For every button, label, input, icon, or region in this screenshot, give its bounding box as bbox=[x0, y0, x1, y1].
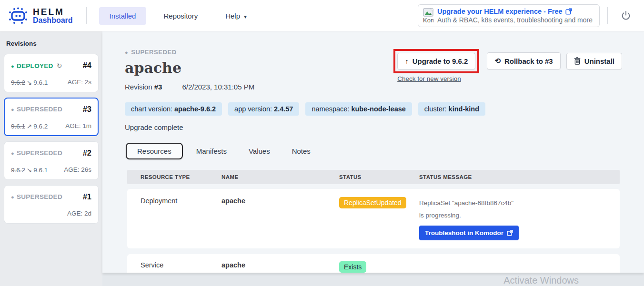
helm-logo[interactable]: HELM Dashboard bbox=[8, 6, 73, 25]
external-link-icon bbox=[507, 230, 513, 236]
revision-number: #1 bbox=[83, 192, 91, 201]
resource-name-cell: apache bbox=[221, 197, 339, 205]
revisions-title: Revisions bbox=[6, 40, 99, 47]
col-header-status-message: STATUS MESSAGE bbox=[419, 174, 606, 180]
status-dot-icon: ● bbox=[125, 49, 128, 55]
tab-resources[interactable]: Resources bbox=[126, 143, 183, 159]
banner-image-alt-text: Komod bbox=[423, 17, 433, 24]
arrow-down-right-icon: ↘ bbox=[27, 167, 32, 174]
main-column: ●SUPERSEDED apache Revision #3 6/2/2023,… bbox=[102, 31, 644, 286]
power-icon bbox=[621, 10, 631, 21]
resource-status-cell: ReplicaSetUpdated bbox=[339, 197, 419, 208]
revision-number: #2 bbox=[83, 148, 91, 158]
resource-type-cell: Deployment bbox=[141, 197, 221, 205]
revision-status-superseded: ●SUPERSEDED bbox=[11, 106, 62, 113]
rollback-button[interactable]: ⟲Rollback to #3 bbox=[487, 52, 560, 69]
red-highlight-box: ↑Upgrade to 9.6.2 bbox=[393, 49, 479, 73]
troubleshoot-komodor-button[interactable]: Troubleshoot in Komodor bbox=[419, 226, 519, 240]
status-badge-replicasetupdated: ReplicaSetUpdated bbox=[339, 197, 406, 208]
bottom-strip: Activate Windows bbox=[102, 273, 644, 286]
tab-notes[interactable]: Notes bbox=[283, 143, 319, 159]
chart-version-chip: chart version:apache-9.6.2 bbox=[125, 102, 222, 116]
table-row-service: Service apache Exists bbox=[127, 254, 620, 273]
release-detail-panel: ●SUPERSEDED apache Revision #3 6/2/2023,… bbox=[102, 31, 644, 273]
tab-manifests[interactable]: Manifests bbox=[188, 143, 235, 159]
reload-icon: ↻ bbox=[57, 62, 62, 69]
logo-line2: Dashboard bbox=[33, 17, 73, 25]
revision-card-4[interactable]: ●DEPLOYED↻ #4 9.6.2↘9.6.1 AGE: 2s bbox=[4, 54, 99, 92]
revision-age: AGE: 2d bbox=[67, 210, 91, 217]
release-header: ●SUPERSEDED apache Revision #3 6/2/2023,… bbox=[125, 49, 622, 91]
table-header-row: RESOURCE TYPE NAME STATUS STATUS MESSAGE bbox=[127, 170, 620, 184]
table-row-deployment: Deployment apache ReplicaSetUpdated Repl… bbox=[127, 189, 620, 248]
metadata-chips-row: chart version:apache-9.6.2 app version:2… bbox=[125, 102, 622, 116]
status-badge-exists: Exists bbox=[339, 261, 366, 273]
revision-number: #3 bbox=[83, 105, 91, 114]
release-header-left: ●SUPERSEDED apache Revision #3 6/2/2023,… bbox=[125, 49, 397, 91]
col-header-status: STATUS bbox=[339, 174, 419, 180]
app-version-chip: app version:2.4.57 bbox=[228, 102, 299, 116]
release-status-badge: ●SUPERSEDED bbox=[125, 49, 397, 56]
status-message-text: ReplicaSet "apache-68fb867c4b" is progre… bbox=[419, 197, 517, 221]
release-header-actions: ↑Upgrade to 9.6.2 ⟲Rollback to #3 bbox=[397, 49, 622, 91]
external-link-icon bbox=[565, 8, 572, 15]
nav-menu-help[interactable]: Help ▾ bbox=[215, 7, 257, 25]
nav-tab-repository[interactable]: Repository bbox=[153, 7, 208, 25]
resource-name-cell: apache bbox=[221, 261, 339, 269]
komodor-promo-banner[interactable]: Komod Upgrade your HELM experience - Fre… bbox=[418, 4, 600, 27]
status-dot-icon: ● bbox=[11, 194, 14, 200]
revision-status-superseded: ●SUPERSEDED bbox=[11, 193, 62, 200]
banner-title[interactable]: Upgrade your HELM experience - Free bbox=[437, 8, 563, 15]
upgrade-button[interactable]: ↑Upgrade to 9.6.2 bbox=[397, 53, 475, 69]
banner-subtitle: Auth & RBAC, k8s events, troubleshooting… bbox=[437, 16, 593, 24]
revision-card-bottom: 9.6.2↘9.6.1 AGE: 2s bbox=[11, 78, 91, 86]
arrow-down-right-icon: ↘ bbox=[27, 79, 32, 86]
logo-line1: HELM bbox=[33, 7, 73, 17]
komodor-broken-image: Komod bbox=[423, 8, 433, 24]
chevron-down-icon: ▾ bbox=[244, 14, 247, 20]
topbar-divider bbox=[86, 7, 87, 24]
revision-card-top: ●SUPERSEDED #2 bbox=[11, 148, 91, 158]
namespace-chip: namespace:kube-node-lease bbox=[305, 102, 412, 116]
status-dot-icon: ● bbox=[11, 150, 14, 156]
revision-versions: 9.6.2↘9.6.1 bbox=[11, 166, 48, 174]
revision-versions: 9.6.1↗9.6.2 bbox=[11, 122, 48, 130]
revision-age: AGE: 1m bbox=[65, 122, 91, 129]
cluster-chip: cluster:kind-kind bbox=[418, 102, 485, 116]
revision-number: #4 bbox=[83, 61, 91, 70]
arrow-up-icon: ↑ bbox=[405, 57, 409, 65]
resources-table: RESOURCE TYPE NAME STATUS STATUS MESSAGE… bbox=[127, 170, 620, 273]
check-new-version-link[interactable]: Check for new version bbox=[397, 75, 461, 82]
revision-status-superseded: ●SUPERSEDED bbox=[11, 149, 62, 157]
topbar-right: Komod Upgrade your HELM experience - Fre… bbox=[418, 4, 635, 27]
revision-card-2[interactable]: ●SUPERSEDED #2 9.6.2↘9.6.1 AGE: 26s bbox=[4, 141, 99, 180]
revision-info-row: Revision #3 6/2/2023, 10:31:05 PM bbox=[125, 83, 397, 91]
detail-tabs: Resources Manifests Values Notes bbox=[126, 143, 622, 159]
revisions-sidebar: Revisions ●DEPLOYED↻ #4 9.6.2↘9.6.1 AGE:… bbox=[0, 31, 102, 286]
page-title: apache bbox=[125, 59, 397, 76]
uninstall-button[interactable]: Uninstall bbox=[566, 53, 622, 69]
revision-datetime: 6/2/2023, 10:31:05 PM bbox=[182, 83, 254, 91]
revision-card-bottom: 9.6.1↗9.6.2 AGE: 1m bbox=[11, 122, 91, 130]
revision-age: AGE: 26s bbox=[64, 166, 91, 173]
status-dot-icon: ● bbox=[11, 63, 14, 69]
revision-card-3-selected[interactable]: ●SUPERSEDED #3 9.6.1↗9.6.2 AGE: 1m bbox=[4, 98, 99, 136]
revision-card-bottom: 9.6.2↘9.6.1 AGE: 26s bbox=[11, 166, 91, 174]
banner-title-row: Upgrade your HELM experience - Free bbox=[437, 8, 593, 15]
status-dot-icon: ● bbox=[11, 107, 14, 112]
activate-windows-watermark: Activate Windows bbox=[503, 273, 579, 286]
revision-card-top: ●SUPERSEDED #3 bbox=[11, 105, 91, 114]
topbar: HELM Dashboard Installed Repository Help… bbox=[0, 0, 644, 31]
revision-card-top: ●SUPERSEDED #1 bbox=[11, 192, 91, 201]
shutdown-button[interactable] bbox=[616, 10, 635, 21]
action-buttons-row: ↑Upgrade to 9.6.2 ⟲Rollback to #3 bbox=[397, 52, 622, 69]
revision-status-deployed: ●DEPLOYED↻ bbox=[11, 62, 62, 69]
revision-card-1[interactable]: ●SUPERSEDED #1 AGE: 2d bbox=[4, 185, 99, 224]
banner-text: Upgrade your HELM experience - Free Auth… bbox=[437, 8, 593, 24]
help-label: Help bbox=[225, 12, 240, 20]
helm-logo-text: HELM Dashboard bbox=[33, 7, 73, 25]
body: Revisions ●DEPLOYED↻ #4 9.6.2↘9.6.1 AGE:… bbox=[0, 31, 644, 286]
tab-values[interactable]: Values bbox=[240, 143, 279, 159]
release-description-text: Upgrade complete bbox=[125, 123, 622, 131]
nav-tab-installed[interactable]: Installed bbox=[99, 7, 147, 25]
